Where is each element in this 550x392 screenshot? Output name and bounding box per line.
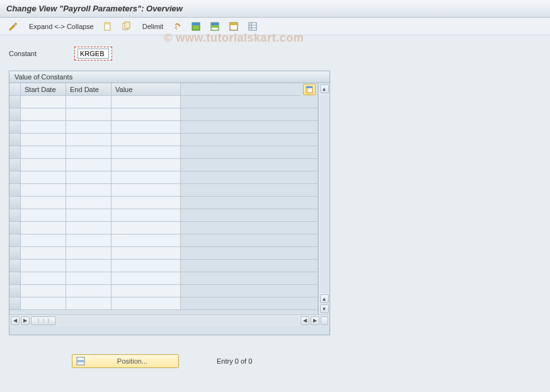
cell-value[interactable] xyxy=(112,108,181,121)
cell-start-date[interactable] xyxy=(21,209,66,222)
cell-start-date[interactable] xyxy=(21,260,66,272)
deselect-all-button[interactable] xyxy=(226,20,242,33)
new-entries-button[interactable] xyxy=(100,20,116,33)
cell-value[interactable] xyxy=(112,297,181,310)
scroll-left2-button[interactable]: ◀ xyxy=(301,316,309,325)
cell-end-date[interactable] xyxy=(66,285,112,297)
cell-start-date[interactable] xyxy=(21,222,66,234)
undo-button[interactable] xyxy=(169,20,185,33)
cell-start-date[interactable] xyxy=(21,108,66,121)
cell-start-date[interactable] xyxy=(21,159,66,171)
table-row xyxy=(9,222,318,234)
scroll-down-button[interactable]: ▼ xyxy=(320,304,329,313)
row-selector[interactable] xyxy=(9,108,21,121)
copy-button[interactable] xyxy=(118,20,135,33)
cell-value[interactable] xyxy=(112,134,181,146)
cell-value[interactable] xyxy=(112,121,181,134)
scroll-right2-button[interactable]: ▶ xyxy=(311,316,319,325)
row-selector[interactable] xyxy=(9,121,21,134)
cell-value[interactable] xyxy=(112,234,181,247)
constant-input[interactable]: KRGEB xyxy=(77,49,109,59)
cell-value[interactable] xyxy=(112,96,181,108)
scroll-right-button[interactable]: ▶ xyxy=(21,316,30,325)
toggle-display-change-button[interactable] xyxy=(5,20,21,33)
cell-value[interactable] xyxy=(112,171,181,184)
cell-end-date[interactable] xyxy=(66,134,112,146)
cell-value[interactable] xyxy=(112,247,181,260)
row-selector[interactable] xyxy=(9,96,21,108)
select-block-button[interactable] xyxy=(207,20,223,33)
row-selector[interactable] xyxy=(9,171,21,184)
cell-start-date[interactable] xyxy=(21,184,66,197)
row-selector[interactable] xyxy=(9,184,21,197)
cell-end-date[interactable] xyxy=(66,146,112,159)
cell-start-date[interactable] xyxy=(21,146,66,159)
cell-value[interactable] xyxy=(112,272,181,285)
svg-rect-17 xyxy=(306,86,312,88)
cell-start-date[interactable] xyxy=(21,272,66,285)
scroll-up-button[interactable]: ▲ xyxy=(320,84,329,93)
row-selector[interactable] xyxy=(9,209,21,222)
scroll-up2-button[interactable]: ▲ xyxy=(320,294,329,303)
resize-grip[interactable] xyxy=(321,316,328,325)
cell-end-date[interactable] xyxy=(66,260,112,272)
row-selector[interactable] xyxy=(9,260,21,272)
cell-end-date[interactable] xyxy=(66,297,112,310)
cell-value[interactable] xyxy=(112,146,181,159)
row-selector[interactable] xyxy=(9,197,21,209)
row-selector[interactable] xyxy=(9,159,21,171)
select-all-button[interactable] xyxy=(188,20,204,33)
cell-value[interactable] xyxy=(112,209,181,222)
cell-end-date[interactable] xyxy=(66,121,112,134)
table-row xyxy=(9,260,318,272)
cell-end-date[interactable] xyxy=(66,184,112,197)
cell-end-date[interactable] xyxy=(66,96,112,108)
col-value[interactable]: Value xyxy=(112,83,181,96)
configuration-button[interactable] xyxy=(244,20,261,33)
row-selector[interactable] xyxy=(9,247,21,260)
row-selector[interactable] xyxy=(9,285,21,297)
scroll-thumb[interactable]: ⋮⋮⋮ xyxy=(31,316,56,325)
cell-end-date[interactable] xyxy=(66,222,112,234)
table-settings-button[interactable] xyxy=(303,84,316,95)
cell-start-date[interactable] xyxy=(21,171,66,184)
cell-end-date[interactable] xyxy=(66,171,112,184)
cell-start-date[interactable] xyxy=(21,134,66,146)
row-selector[interactable] xyxy=(9,297,21,310)
row-selector[interactable] xyxy=(9,134,21,146)
cell-value[interactable] xyxy=(112,285,181,297)
cell-start-date[interactable] xyxy=(21,96,66,108)
h-scroll-track[interactable] xyxy=(57,316,299,325)
position-button[interactable]: Position... xyxy=(72,354,179,368)
cell-start-date[interactable] xyxy=(21,247,66,260)
scroll-left-button[interactable]: ◀ xyxy=(11,316,20,325)
cell-value[interactable] xyxy=(112,260,181,272)
cell-end-date[interactable] xyxy=(66,197,112,209)
row-selector[interactable] xyxy=(9,272,21,285)
cell-value[interactable] xyxy=(112,159,181,171)
cell-value[interactable] xyxy=(112,184,181,197)
cell-end-date[interactable] xyxy=(66,234,112,247)
cell-end-date[interactable] xyxy=(66,272,112,285)
cell-start-date[interactable] xyxy=(21,297,66,310)
row-selector[interactable] xyxy=(9,222,21,234)
row-selector[interactable] xyxy=(9,146,21,159)
col-end-date[interactable]: End Date xyxy=(66,83,112,96)
row-selector[interactable] xyxy=(9,234,21,247)
col-start-date[interactable]: Start Date xyxy=(21,83,66,96)
cell-end-date[interactable] xyxy=(66,159,112,171)
cell-start-date[interactable] xyxy=(21,234,66,247)
table-select-block-icon xyxy=(210,21,220,32)
table-corner[interactable] xyxy=(9,83,21,96)
cell-start-date[interactable] xyxy=(21,121,66,134)
cell-value[interactable] xyxy=(112,197,181,209)
expand-collapse-button[interactable]: Expand <-> Collapse xyxy=(24,20,97,33)
scroll-track[interactable] xyxy=(320,95,329,293)
cell-start-date[interactable] xyxy=(21,285,66,297)
cell-end-date[interactable] xyxy=(66,108,112,121)
cell-start-date[interactable] xyxy=(21,197,66,209)
cell-value[interactable] xyxy=(112,222,181,234)
cell-end-date[interactable] xyxy=(66,247,112,260)
cell-end-date[interactable] xyxy=(66,209,112,222)
delimit-button[interactable]: Delimit xyxy=(137,20,167,33)
